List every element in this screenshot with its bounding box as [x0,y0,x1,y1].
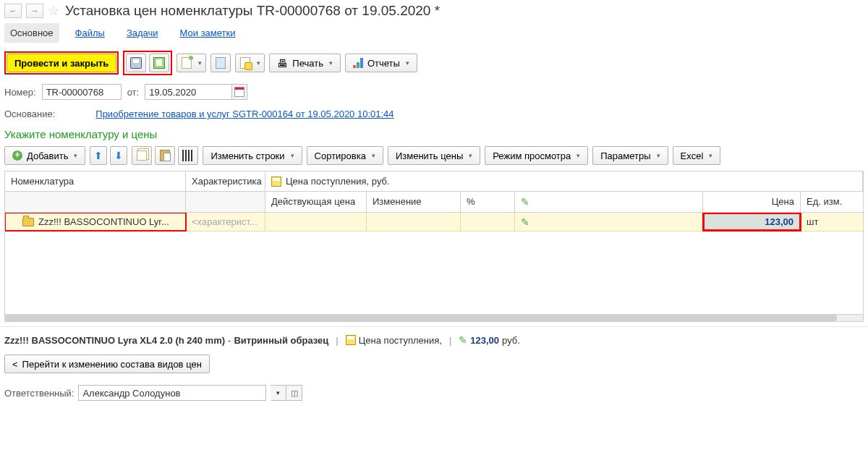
calendar-icon [234,87,244,97]
responsible-dropdown[interactable]: ▾ [271,385,286,401]
selection-summary: Zzz!!! BASSOCONTINUO Lyra XL4 2.0 (h 240… [0,326,868,350]
sort-button[interactable]: Сортировка▾ [307,146,383,165]
col-header-unit[interactable]: Ед. изм. [801,192,851,212]
arrow-down-icon: ⬇ [114,150,123,161]
responsible-label: Ответственный: [4,388,74,399]
basis-label: Основание: [4,109,55,119]
print-icon: 🖶 [277,57,288,69]
col-header-percent[interactable]: % [461,192,515,212]
favorite-star-icon[interactable]: ☆ [48,3,59,19]
create-based-button[interactable]: ▾ [176,54,206,72]
date-label: от: [127,87,140,98]
attach-button[interactable]: ▾ [235,54,265,72]
pencil-icon: ✎ [459,334,467,346]
reports-button[interactable]: Отчеты▾ [345,54,417,72]
paste-icon [159,150,171,161]
view-mode-button[interactable]: Режим просмотра▾ [485,146,588,165]
chevron-down-icon: ▾ [276,389,280,396]
excel-button[interactable]: Excel▾ [673,146,721,165]
copy-icon [136,150,148,161]
responsible-open[interactable]: ◫ [286,385,302,401]
post-and-close-button[interactable]: Провести и закрыть [7,54,116,72]
params-button[interactable]: Параметры▾ [592,146,668,165]
save-icon [130,57,142,69]
doc-plus-icon [181,57,192,69]
cell-pencil[interactable]: ✎ [515,213,703,231]
post-button[interactable] [149,54,169,72]
calendar-button[interactable] [231,84,247,100]
barcode-icon [182,150,194,161]
arrow-up-icon: ⬆ [94,150,103,161]
table-row[interactable]: Zzz!!! BASSOCONTINUO Lyr... <характерист… [5,213,863,232]
cell-characteristic[interactable]: <характерист... [186,213,265,231]
add-button[interactable]: +Добавить▾ [4,146,85,165]
cell-percent[interactable] [461,213,515,231]
list-button[interactable] [210,54,231,72]
section-title: Укажите номенклатуру и цены [0,124,868,143]
list-icon [215,57,226,69]
attach-icon [239,57,251,69]
barcode-button[interactable] [178,146,198,165]
calculator-icon [271,177,281,187]
col-header-characteristic[interactable]: Характеристика [186,171,265,191]
paste-button[interactable] [155,146,175,165]
number-label: Номер: [4,87,36,98]
page-title: Установка цен номенклатуры TR-00000768 о… [65,3,440,19]
move-up-button[interactable]: ⬆ [90,146,107,165]
price-grid: Номенклатура Характеристика Цена поступл… [4,171,864,315]
tab-main[interactable]: Основное [4,23,59,43]
cell-change[interactable] [367,213,461,231]
folder-icon [22,218,34,226]
date-field[interactable]: 19.05.2020 [145,84,231,100]
change-rows-button[interactable]: Изменить строки▾ [203,146,302,165]
col-header-price[interactable]: Цена [703,192,801,212]
calculator-icon [346,335,356,345]
col-header-change[interactable]: Изменение [367,192,461,212]
chart-icon [353,58,363,68]
save-button[interactable] [126,54,146,72]
tab-notes[interactable]: Мои заметки [174,23,242,43]
col-header-nomenclature[interactable]: Номенклатура [5,171,186,191]
cell-nomenclature[interactable]: Zzz!!! BASSOCONTINUO Lyr... [5,213,186,231]
tab-files[interactable]: Файлы [69,23,111,43]
cell-unit: шт [801,213,851,231]
post-icon [153,57,165,69]
open-icon: ◫ [291,389,298,398]
pencil-icon: ✎ [521,216,529,228]
nav-back[interactable]: ← [4,4,22,18]
basis-link[interactable]: Приобретение товаров и услуг SGTR-000164… [95,109,393,119]
print-button[interactable]: 🖶Печать▾ [269,54,341,72]
responsible-field[interactable]: Александр Солодунов [78,385,266,401]
col-header-edit[interactable]: ✎ [515,192,703,212]
col-header-price-group[interactable]: Цена поступления, руб. [265,171,863,191]
col-header-current-price[interactable]: Действующая цена [265,192,367,212]
change-prices-button[interactable]: Изменить цены▾ [388,146,480,165]
move-down-button[interactable]: ⬇ [110,146,127,165]
cell-current-price[interactable] [265,213,367,231]
cell-price[interactable]: 123,00 [703,213,801,231]
plus-icon: + [12,150,22,161]
pencil-icon: ✎ [521,196,529,208]
number-field[interactable]: TR-00000768 [42,84,122,100]
copy-button[interactable] [132,146,152,165]
nav-forward[interactable]: → [26,4,43,18]
horizontal-scrollbar[interactable] [4,315,864,322]
goto-price-types-button[interactable]: < Перейти к изменению состава видов цен [4,355,210,373]
tab-tasks[interactable]: Задачи [121,23,164,43]
